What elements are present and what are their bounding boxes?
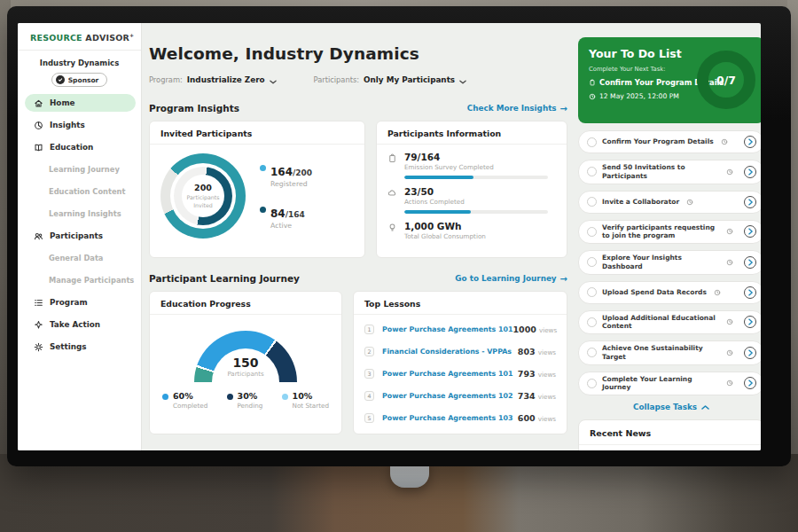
todo-item[interactable]: Confirm Your Program Details [578, 130, 761, 153]
todo-item[interactable]: Send 50 Invitations to Participants [578, 160, 761, 184]
lesson-link[interactable]: Power Purchase Agreements 103 [382, 414, 512, 422]
info-label: Emission Survey Completed [404, 163, 494, 171]
lesson-rank: 1 [364, 325, 374, 334]
lesson-link[interactable]: Power Purchase Agreements 102 [382, 392, 512, 400]
legend-value: 60% [173, 391, 207, 401]
go-to-learning-journey-link[interactable]: Go to Learning Journey → [455, 274, 567, 284]
legend-active: 84/164 Active [260, 204, 312, 230]
legend-label: Completed [173, 402, 207, 410]
sidebar-item-insights[interactable]: Insights [25, 116, 136, 134]
sidebar-item-label: Education [50, 143, 93, 152]
donut-center-value: 200 [194, 183, 212, 192]
arrow-right-icon: → [560, 274, 567, 284]
gear-icon [34, 342, 43, 352]
todo-item[interactable]: Complete Your Learning Journey [578, 372, 761, 396]
clipboard-icon [387, 153, 397, 171]
todo-item[interactable]: Upload Additional Educational Content [578, 310, 761, 335]
clock-icon [726, 379, 733, 387]
emission-survey-progress-bar [404, 176, 548, 179]
check-more-insights-link[interactable]: Check More Insights → [467, 104, 567, 113]
program-filter-dropdown[interactable]: Program: Industrialize Zero [149, 71, 277, 88]
views-label: views [538, 393, 556, 401]
chevron-right-button[interactable] [744, 196, 756, 208]
donut-center: 200 Participants Invited [182, 175, 224, 217]
checkbox-circle[interactable] [587, 227, 597, 237]
sidebar-item-label: General Data [49, 254, 103, 262]
lesson-row: 2 Financial Considerations - VPPAs 803vi… [354, 340, 567, 363]
checkbox-circle[interactable] [587, 379, 597, 388]
todo-item[interactable]: Upload Spend Data Records [578, 281, 761, 304]
todo-item[interactable]: Achieve One Sustainability Target [578, 340, 761, 365]
chevron-down-icon [270, 71, 277, 88]
todo-item[interactable]: Verify participants requesting to join t… [578, 220, 761, 245]
home-icon [34, 98, 43, 108]
sidebar-item-education-content[interactable]: Education Content [25, 183, 136, 200]
cloud-icon [387, 188, 397, 206]
collapse-tasks-link[interactable]: Collapse Tasks [578, 403, 761, 411]
sidebar-item-label: Participants [50, 231, 103, 240]
chevron-down-icon [459, 71, 466, 88]
legend-label: Not Started [293, 402, 329, 410]
sidebar-item-label: Take Action [50, 320, 100, 329]
sponsor-badge: Sponsor [51, 73, 108, 87]
sidebar-item-home[interactable]: Home [25, 94, 136, 112]
sidebar-item-learning-journey[interactable]: Learning Journey [25, 160, 136, 178]
checkbox-circle[interactable] [587, 257, 597, 267]
participants-filter-dropdown[interactable]: Participants: Only My Participants [314, 71, 467, 88]
chevron-right-button[interactable] [744, 377, 756, 389]
sidebar-item-participants[interactable]: Participants [25, 227, 136, 245]
people-icon [34, 231, 43, 241]
checkbox-circle[interactable] [587, 167, 597, 176]
chevron-right-button[interactable] [744, 136, 756, 148]
todo-panel: Your To Do List Complete Your Next Task:… [578, 37, 761, 450]
sidebar-nav: Home Insights Education Learning Journey… [25, 94, 136, 356]
legend-pending: 30% Pending [227, 391, 263, 410]
info-value: 79/164 [404, 152, 494, 162]
todo-item-label: Achieve One Sustainability Target [602, 344, 719, 362]
card-title: Education Progress [150, 292, 341, 315]
progress-fill [404, 210, 471, 214]
sidebar-item-program[interactable]: Program [25, 293, 136, 311]
sponsor-icon [56, 75, 65, 84]
lesson-row: 5 Power Purchase Agreements 103 600views [354, 407, 567, 429]
lesson-link[interactable]: Financial Considerations - VPPAs [382, 348, 512, 356]
insights-icon [34, 121, 43, 130]
clock-icon [714, 289, 721, 296]
lesson-views: 793views [518, 369, 556, 379]
sidebar-item-settings[interactable]: Settings [25, 338, 136, 356]
todo-item-label: Confirm Your Program Details [602, 137, 714, 146]
lesson-link[interactable]: Power Purchase Agreements 101 [382, 325, 512, 333]
participants-filter-value: Only My Participants [364, 75, 455, 84]
sidebar-item-manage-participants[interactable]: Manage Participants [25, 271, 136, 289]
lesson-link[interactable]: Power Purchase Agreements 101 [382, 370, 512, 378]
checkbox-circle[interactable] [587, 197, 597, 207]
checkbox-circle[interactable] [587, 287, 597, 297]
sidebar-divider [18, 50, 141, 51]
info-row-actions: 23/50 Actions Completed [387, 186, 554, 214]
active-dot [260, 207, 266, 213]
collapse-label: Collapse Tasks [633, 403, 697, 411]
sidebar-item-general-data[interactable]: General Data [25, 249, 136, 267]
todo-item[interactable]: Invite a Collaborator [578, 191, 761, 214]
checkbox-circle[interactable] [587, 317, 597, 327]
todo-item[interactable]: Explore Your Insights Dashboard [578, 250, 761, 275]
gauge-center-value: 150 [150, 356, 341, 370]
sidebar-item-learning-insights[interactable]: Learning Insights [25, 205, 136, 223]
lesson-row: 4 Power Purchase Agreements 102 734views [354, 385, 567, 407]
sidebar-item-take-action[interactable]: Take Action [25, 316, 136, 333]
chevron-right-button[interactable] [744, 166, 756, 178]
chevron-right-button[interactable] [744, 316, 756, 328]
chevron-right-button[interactable] [744, 225, 756, 238]
views-label: views [539, 326, 557, 334]
spark-icon [34, 320, 43, 330]
checkbox-circle[interactable] [587, 348, 597, 357]
checkbox-circle[interactable] [587, 137, 597, 147]
progress-fill [404, 176, 473, 179]
chevron-right-button[interactable] [744, 286, 756, 299]
chevron-right-button[interactable] [744, 347, 756, 359]
chevron-right-button[interactable] [744, 256, 756, 269]
link-label: Check More Insights [467, 104, 557, 113]
not-started-dot [282, 394, 288, 400]
sidebar-item-education[interactable]: Education [25, 138, 136, 156]
sidebar: RESOURCE ADVISOR+ Industry Dynamics Spon… [18, 23, 142, 450]
